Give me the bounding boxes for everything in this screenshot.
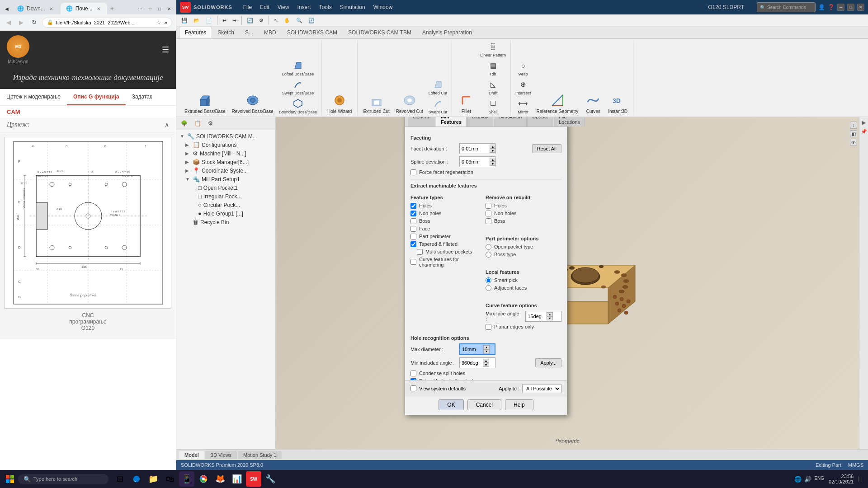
adjacent-faces-row[interactable]: Adjacent faces bbox=[486, 285, 561, 291]
toolbar-zoom[interactable]: 🔍 bbox=[294, 16, 305, 25]
taskbar-file-explorer[interactable]: 📁 bbox=[146, 471, 161, 487]
ribbon-revolved-boss[interactable]: Revolved Boss/Base bbox=[229, 92, 276, 115]
ribbon-tab-swcamtbm[interactable]: SOLIDWORKS CAM TBM bbox=[343, 27, 417, 38]
forward-btn[interactable]: ▶ bbox=[16, 17, 26, 28]
more-tabs-btn[interactable]: ⋯ bbox=[136, 5, 145, 13]
rb-boss-checkbox[interactable] bbox=[486, 218, 491, 224]
ribbon-mirror[interactable]: ⟷ Mirror bbox=[514, 97, 533, 115]
tree-mill-setup[interactable]: ▼ 🔩 Mill Part Setup1 bbox=[176, 175, 275, 183]
properties-btn[interactable]: 📋 bbox=[192, 119, 204, 128]
back-btn[interactable]: ◀ bbox=[4, 17, 14, 28]
toolbar-save[interactable]: 💾 bbox=[179, 16, 190, 25]
planar-edges-checkbox[interactable] bbox=[486, 324, 491, 330]
spline-deviation-field[interactable] bbox=[462, 159, 489, 164]
tapered-checkbox[interactable] bbox=[410, 241, 416, 247]
non-holes-checkbox-row[interactable]: Non holes bbox=[410, 211, 481, 216]
help-button[interactable]: Help bbox=[505, 399, 533, 410]
open-pocket-type-row[interactable]: Open pocket type bbox=[486, 244, 561, 250]
ribbon-extruded-boss[interactable]: Extruded Boss/Base bbox=[182, 92, 228, 115]
max-diameter-field[interactable] bbox=[462, 347, 482, 352]
ribbon-draft[interactable]: ◺ Draft bbox=[478, 78, 508, 96]
spline-deviation-input[interactable]: ▲ ▼ bbox=[459, 156, 495, 167]
ok-button[interactable]: OK bbox=[439, 399, 463, 410]
taskbar-firefox[interactable]: 🦊 bbox=[212, 471, 228, 487]
condense-split-checkbox[interactable] bbox=[410, 371, 416, 376]
max-diameter-input[interactable]: ▲ ▼ bbox=[459, 343, 495, 355]
help-icon[interactable]: ❓ bbox=[828, 4, 835, 10]
maxd-down[interactable]: ▼ bbox=[483, 349, 490, 353]
ribbon-rib[interactable]: ▤ Rib bbox=[478, 59, 508, 77]
spline-down[interactable]: ▼ bbox=[490, 162, 496, 166]
tab-display[interactable]: Display bbox=[467, 117, 493, 127]
taskbar-edge[interactable] bbox=[129, 471, 144, 487]
min-angle-field[interactable] bbox=[462, 360, 482, 366]
tree-irregular-pocket[interactable]: □ Irregular Pock... bbox=[176, 192, 275, 201]
apply-button[interactable]: Apply... bbox=[535, 358, 561, 367]
star-icon[interactable]: ☆ bbox=[156, 19, 161, 26]
angle2-down[interactable]: ▼ bbox=[483, 363, 489, 367]
minimize-button[interactable]: ─ bbox=[837, 4, 844, 11]
close-browser-btn[interactable]: ✕ bbox=[165, 5, 173, 13]
rb-holes-checkbox[interactable] bbox=[486, 203, 491, 209]
close-button[interactable]: ✕ bbox=[857, 4, 864, 11]
ribbon-swept-cut[interactable]: Swept Cut bbox=[427, 97, 449, 115]
holes-checkbox-row[interactable]: Holes bbox=[410, 203, 481, 209]
spline-up[interactable]: ▲ bbox=[490, 158, 496, 162]
toolbar-pan[interactable]: ✋ bbox=[282, 16, 292, 25]
taskbar-store[interactable]: 🛍 bbox=[162, 471, 178, 487]
ribbon-linear-pattern[interactable]: ⣿ Linear Pattern bbox=[478, 40, 508, 58]
nav-crtez[interactable]: Цртеж и моделирање bbox=[0, 89, 67, 105]
search-box[interactable]: 🔍 Search Commands bbox=[757, 2, 816, 12]
angle-down[interactable]: ▼ bbox=[547, 316, 553, 320]
curve-chamfer-checkbox[interactable] bbox=[410, 259, 416, 265]
tab-file-locations[interactable]: File Locations bbox=[554, 117, 585, 127]
taskbar-chrome[interactable] bbox=[196, 471, 211, 487]
facet-down[interactable]: ▼ bbox=[490, 149, 496, 153]
toolbar-select[interactable]: ↖ bbox=[272, 16, 280, 25]
browser-tab-down[interactable]: 🌐 Down... ✕ bbox=[12, 3, 60, 14]
condense-split-row[interactable]: Condense split holes bbox=[410, 371, 561, 376]
ribbon-intersect[interactable]: ⊕ Intersect bbox=[514, 78, 533, 96]
toolbar-rebuild[interactable]: 🔄 bbox=[245, 16, 255, 25]
toolbar-undo[interactable]: ↩ bbox=[220, 16, 229, 25]
curve-chamfer-checkbox-row[interactable]: Curve features for chamfering bbox=[410, 257, 481, 267]
multi-surface-checkbox[interactable] bbox=[417, 249, 423, 255]
extend-icon[interactable]: » bbox=[164, 19, 167, 26]
tree-open-pocket[interactable]: □ Open Pocket1 bbox=[176, 183, 275, 192]
menu-tools[interactable]: Tools bbox=[316, 2, 335, 12]
apply-to-select[interactable]: All Possible Selected None bbox=[522, 384, 561, 393]
refresh-btn[interactable]: ↻ bbox=[29, 17, 39, 28]
boss-checkbox-row[interactable]: Boss bbox=[410, 218, 481, 224]
ribbon-tab-mbd[interactable]: MBD bbox=[259, 27, 282, 38]
new-tab-btn[interactable]: + bbox=[108, 4, 116, 14]
tab-simulation[interactable]: Simulation bbox=[494, 117, 527, 127]
tree-configurations[interactable]: ▶ 📋 Configurations bbox=[176, 141, 275, 149]
boss-checkbox[interactable] bbox=[410, 218, 416, 224]
view-system-checkbox[interactable] bbox=[410, 385, 416, 391]
boss-type-row[interactable]: Boss type bbox=[486, 252, 561, 258]
smart-pick-radio[interactable] bbox=[486, 277, 491, 283]
part-perimeter-checkbox[interactable] bbox=[410, 234, 416, 239]
face-checkbox-row[interactable]: Face bbox=[410, 226, 481, 232]
menu-simulation[interactable]: Simulation bbox=[336, 2, 369, 12]
ribbon-swept-boss[interactable]: Swept Boss/Base bbox=[277, 78, 319, 96]
toolbar-open[interactable]: 📂 bbox=[191, 16, 202, 25]
open-pocket-radio[interactable] bbox=[486, 244, 491, 250]
right-mini-btn2[interactable]: 📌 bbox=[860, 128, 868, 135]
tree-coordinate[interactable]: ▶ 📍 Coordinate Syste... bbox=[176, 166, 275, 175]
menu-edit[interactable]: Edit bbox=[256, 2, 273, 12]
address-input[interactable] bbox=[56, 20, 154, 25]
ribbon-revolved-cut[interactable]: Revolved Cut bbox=[393, 92, 426, 115]
facet-deviation-field[interactable] bbox=[462, 146, 489, 151]
ribbon-reference-geometry[interactable]: Reference Geometry bbox=[533, 92, 581, 115]
toolbar-new[interactable]: 📄 bbox=[203, 16, 214, 25]
browser-tab-active[interactable]: 🌐 Поче... ✕ bbox=[61, 3, 107, 14]
tree-machine[interactable]: ▶ ⚙ Machine [Mill - N...] bbox=[176, 149, 275, 158]
tree-stock[interactable]: ▶ 📦 Stock Manager[6...] bbox=[176, 158, 275, 166]
prev-tab-btn[interactable]: ◀ bbox=[3, 5, 11, 13]
tab-close1[interactable]: ✕ bbox=[48, 6, 54, 12]
tab-general[interactable]: General bbox=[408, 117, 435, 127]
rb-non-holes-checkbox[interactable] bbox=[486, 211, 491, 216]
tree-hole-group[interactable]: ● Hole Group1 [...] bbox=[176, 209, 275, 218]
menu-insert[interactable]: Insert bbox=[294, 2, 315, 12]
